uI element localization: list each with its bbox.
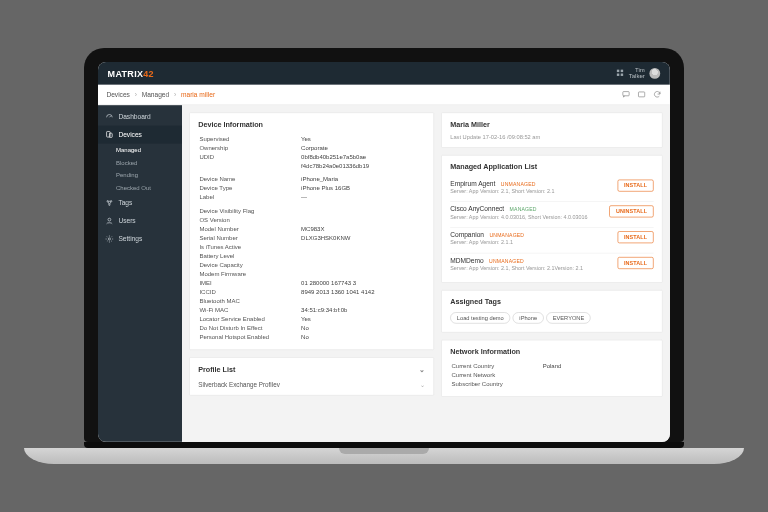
card-icon[interactable] <box>638 90 646 100</box>
profile-item[interactable]: Silverback Exchange Profilev <box>198 381 280 388</box>
info-value <box>301 270 424 278</box>
tag[interactable]: iPhone <box>513 312 544 323</box>
info-key: Model Number <box>199 225 299 233</box>
brand-name-a: MATRIX <box>108 68 144 78</box>
info-value: --- <box>301 193 424 201</box>
svg-rect-4 <box>623 91 629 95</box>
sidebar-sub-blocked[interactable]: Blocked <box>98 156 182 169</box>
info-value: Yes <box>301 135 424 143</box>
assigned-tags-card: Assigned Tags Load testing demoiPhoneEVE… <box>441 290 663 333</box>
tag[interactable]: Load testing demo <box>450 312 510 323</box>
info-key: ICCID <box>199 288 299 296</box>
info-key: OS Version <box>199 216 299 224</box>
chevron-right-icon: › <box>135 91 137 98</box>
gear-icon <box>105 235 113 243</box>
info-key: Wi-Fi MAC <box>199 306 299 314</box>
info-value: Corporate <box>301 144 424 152</box>
app-status: UNMANAGED <box>489 258 524 264</box>
info-key: Bluetooth MAC <box>199 297 299 305</box>
app-detail: Server: App Version: 2.1, Short Version:… <box>450 188 617 194</box>
info-key: Ownership <box>199 144 299 152</box>
info-value: 0bf8db40b251e7a5b0ae <box>301 153 424 161</box>
sidebar-sub-managed[interactable]: Managed <box>98 144 182 157</box>
info-key: Device Name <box>199 175 299 183</box>
sidebar-sub-checkedout[interactable]: Checked Out <box>98 181 182 194</box>
app-status: UNMANAGED <box>501 181 536 187</box>
sidebar-item-users[interactable]: Users <box>98 212 182 230</box>
uninstall-button[interactable]: UNINSTALL <box>609 205 653 217</box>
app-status: UNMANAGED <box>489 232 524 238</box>
avatar[interactable] <box>650 68 661 79</box>
app-detail: Server: App Version: 4.0.03016, Short Ve… <box>450 214 609 220</box>
card-title: Assigned Tags <box>450 298 654 306</box>
header-user[interactable]: Tim Talker <box>616 67 661 79</box>
laptop-base <box>24 448 744 464</box>
sidebar-item-tags[interactable]: Tags <box>98 194 182 212</box>
breadcrumb-bar: Devices › Managed › maria miller <box>98 85 670 105</box>
svg-point-12 <box>108 238 110 240</box>
tag[interactable]: EVERYONE <box>546 312 591 323</box>
sidebar-item-dashboard[interactable]: Dashboard <box>98 108 182 126</box>
device-info-table: SupervisedYesOwnershipCorporateUDID0bf8d… <box>198 133 425 342</box>
card-title: Profile List ⌄ <box>198 365 425 373</box>
info-value: Yes <box>301 315 424 323</box>
app-row: Empirum Agent UNMANAGEDServer: App Versi… <box>450 176 654 198</box>
sidebar-sub-pending[interactable]: Pending <box>98 169 182 182</box>
app-detail: Server: App Version: 2.1, Short Version:… <box>450 265 617 271</box>
install-button[interactable]: INSTALL <box>617 257 653 269</box>
info-value <box>301 207 424 215</box>
refresh-icon[interactable] <box>653 90 661 100</box>
sidebar-item-label: Users <box>118 217 135 224</box>
grid-icon <box>616 69 624 79</box>
app-row: Cisco AnyConnect MANAGEDServer: App Vers… <box>450 201 654 223</box>
chat-icon[interactable] <box>622 90 630 100</box>
sidebar-item-label: Tags <box>118 199 132 206</box>
brand-bar: MATRIX42 Tim Talker <box>98 62 670 85</box>
brand-logo: MATRIX42 <box>108 68 154 78</box>
svg-point-11 <box>108 218 111 221</box>
info-key: Device Visibility Flag <box>199 207 299 215</box>
info-value: iPhone Plus 16GB <box>301 184 424 192</box>
user-name: Tim Talker <box>629 67 645 79</box>
chevron-right-icon: › <box>174 91 176 98</box>
devices-icon <box>105 130 113 138</box>
info-value <box>301 297 424 305</box>
app-status: MANAGED <box>510 207 537 213</box>
collapse-icon[interactable]: ⌄ <box>419 365 425 373</box>
info-key <box>199 162 299 170</box>
device-information-card: Device Information SupervisedYesOwnershi… <box>189 112 434 350</box>
info-value <box>543 380 653 388</box>
install-button[interactable]: INSTALL <box>617 180 653 192</box>
breadcrumb-current: maria miller <box>181 91 215 98</box>
app-row: Companion UNMANAGEDServer: App Version: … <box>450 227 654 249</box>
app-row: MDMDemo UNMANAGEDServer: App Version: 2.… <box>450 253 654 275</box>
info-key: Locator Service Enabled <box>199 315 299 323</box>
info-key: Do Not Disturb In Effect <box>199 324 299 332</box>
gauge-icon <box>105 112 113 120</box>
card-title: Managed Application List <box>450 163 654 171</box>
breadcrumb-managed[interactable]: Managed <box>142 91 170 98</box>
svg-rect-1 <box>620 70 622 72</box>
chevron-down-icon[interactable]: ⌄ <box>420 381 425 388</box>
sidebar-item-settings[interactable]: Settings <box>98 230 182 248</box>
info-key: Label <box>199 193 299 201</box>
info-key: Is iTunes Active <box>199 243 299 251</box>
app-name: Cisco AnyConnect MANAGED <box>450 205 609 212</box>
info-value <box>301 216 424 224</box>
app-name: Empirum Agent UNMANAGED <box>450 180 617 187</box>
sidebar-item-devices[interactable]: Devices <box>98 126 182 144</box>
app-detail: Server: App Version: 2.1.1 <box>450 240 617 246</box>
owner-card: Maria Miller Last Update 17-02-16 /09:08… <box>441 112 663 147</box>
app-name: MDMDemo UNMANAGED <box>450 257 617 264</box>
install-button[interactable]: INSTALL <box>617 231 653 243</box>
info-value <box>543 371 653 379</box>
network-info-card: Network Information Current CountryPolan… <box>441 340 663 397</box>
profile-list-title: Profile List <box>198 365 235 373</box>
breadcrumb-devices[interactable]: Devices <box>106 91 129 98</box>
sidebar-item-label: Dashboard <box>118 113 150 120</box>
info-value: 8949 2013 1360 1041 4142 <box>301 288 424 296</box>
card-title: Network Information <box>450 348 654 356</box>
info-key: Personal Hotspot Enabled <box>199 333 299 341</box>
info-key: Serial Number <box>199 234 299 242</box>
sidebar-item-label: Devices <box>118 131 141 138</box>
